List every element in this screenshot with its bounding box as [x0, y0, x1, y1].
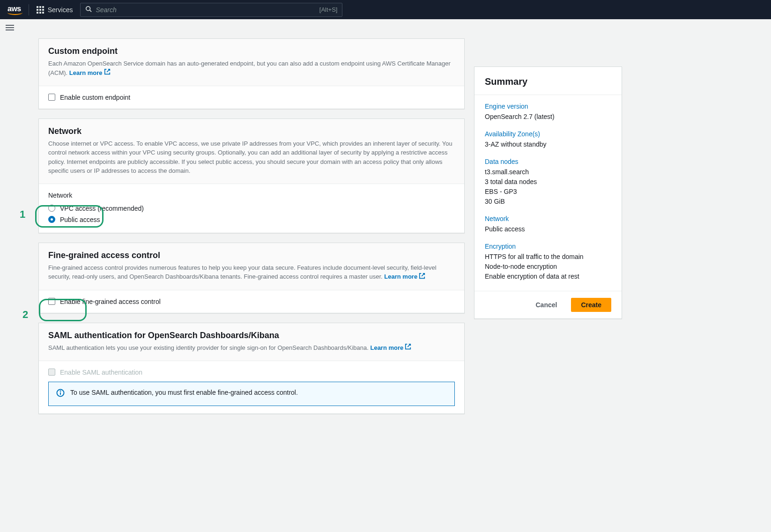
grid-icon	[37, 6, 44, 14]
network-desc: Choose internet or VPC access. To enable…	[48, 139, 455, 176]
summary-encryption-value-0: HTTPS for all traffic to the domain	[485, 252, 611, 262]
public-access-label: Public access	[60, 216, 100, 223]
saml-desc: SAML authentication lets you use your ex…	[48, 343, 455, 353]
services-label: Services	[48, 6, 73, 14]
search-shortcut: [Alt+S]	[319, 6, 338, 13]
saml-info-text: To use SAML authentication, you must fir…	[70, 389, 298, 396]
hamburger-icon[interactable]	[6, 25, 14, 30]
enable-saml-label: Enable SAML authentication	[60, 369, 142, 376]
aws-logo[interactable]: aws	[7, 5, 21, 15]
learn-more-link[interactable]: Learn more	[370, 344, 411, 351]
saml-title: SAML authentication for OpenSearch Dashb…	[48, 331, 455, 340]
svg-point-0	[86, 6, 90, 10]
radio-checked-icon[interactable]	[48, 216, 55, 223]
fgac-desc: Fine-grained access control provides num…	[48, 263, 455, 282]
summary-network-label[interactable]: Network	[485, 215, 611, 222]
learn-more-link[interactable]: Learn more	[69, 69, 111, 76]
enable-custom-endpoint-label: Enable custom endpoint	[60, 94, 130, 101]
saml-info-box: To use SAML authentication, you must fir…	[48, 382, 455, 406]
top-nav: aws Services [Alt+S]	[0, 0, 771, 19]
summary-title: Summary	[485, 76, 611, 87]
info-icon	[56, 389, 65, 399]
summary-encryption-value-1: Node-to-node encryption	[485, 262, 611, 272]
public-access-radio[interactable]: Public access	[48, 214, 455, 225]
summary-data-nodes-label[interactable]: Data nodes	[485, 158, 611, 165]
summary-network-value: Public access	[485, 224, 611, 234]
custom-endpoint-desc: Each Amazon OpenSearch Service domain ha…	[48, 59, 455, 78]
annotation-1-label: 1	[20, 208, 25, 221]
learn-more-link[interactable]: Learn more	[384, 273, 425, 280]
summary-encryption-label[interactable]: Encryption	[485, 243, 611, 250]
create-button[interactable]: Create	[571, 298, 611, 312]
summary-panel: Summary Engine version OpenSearch 2.7 (l…	[474, 66, 622, 319]
saml-panel: SAML authentication for OpenSearch Dashb…	[38, 323, 465, 414]
radio-icon[interactable]	[48, 205, 55, 212]
network-field-label: Network	[48, 192, 455, 199]
vpc-access-radio[interactable]: VPC access (recommended)	[48, 203, 455, 214]
enable-fgac-label: Enable fine-grained access control	[60, 298, 161, 305]
summary-engine-label[interactable]: Engine version	[485, 103, 611, 110]
svg-line-1	[90, 10, 92, 12]
custom-endpoint-title: Custom endpoint	[48, 46, 455, 56]
cancel-button[interactable]: Cancel	[526, 298, 566, 312]
summary-data-nodes-value-2: EBS - GP3	[485, 187, 611, 197]
checkbox-disabled-icon	[48, 369, 55, 376]
search-icon	[85, 6, 92, 14]
summary-data-nodes-value-0: t3.small.search	[485, 167, 611, 177]
checkbox-icon[interactable]	[48, 94, 55, 101]
external-link-icon	[419, 273, 425, 282]
nav-divider	[29, 4, 29, 15]
enable-fgac-checkbox-row[interactable]: Enable fine-grained access control	[48, 298, 455, 305]
fgac-panel: Fine-grained access control Fine-grained…	[38, 243, 465, 313]
svg-point-4	[60, 391, 61, 391]
network-panel: Network Choose internet or VPC access. T…	[38, 118, 465, 233]
summary-data-nodes-value-3: 30 GiB	[485, 197, 611, 207]
enable-saml-checkbox-row: Enable SAML authentication	[48, 369, 455, 376]
summary-az-label[interactable]: Availability Zone(s)	[485, 130, 611, 138]
network-title: Network	[48, 126, 455, 136]
search-input[interactable]	[96, 6, 315, 14]
checkbox-icon[interactable]	[48, 298, 55, 305]
services-button[interactable]: Services	[37, 6, 73, 14]
external-link-icon	[104, 68, 111, 78]
annotation-2-label: 2	[22, 309, 28, 321]
summary-encryption-value-2: Enable encryption of data at rest	[485, 272, 611, 281]
custom-endpoint-panel: Custom endpoint Each Amazon OpenSearch S…	[38, 38, 465, 109]
summary-az-value: 3-AZ without standby	[485, 140, 611, 149]
external-link-icon	[405, 343, 411, 353]
summary-data-nodes-value-1: 3 total data nodes	[485, 177, 611, 187]
search-bar[interactable]: [Alt+S]	[80, 3, 342, 17]
fgac-title: Fine-grained access control	[48, 251, 455, 260]
vpc-access-label: VPC access (recommended)	[60, 205, 144, 212]
summary-engine-value: OpenSearch 2.7 (latest)	[485, 112, 611, 122]
enable-custom-endpoint-checkbox-row[interactable]: Enable custom endpoint	[48, 94, 455, 101]
